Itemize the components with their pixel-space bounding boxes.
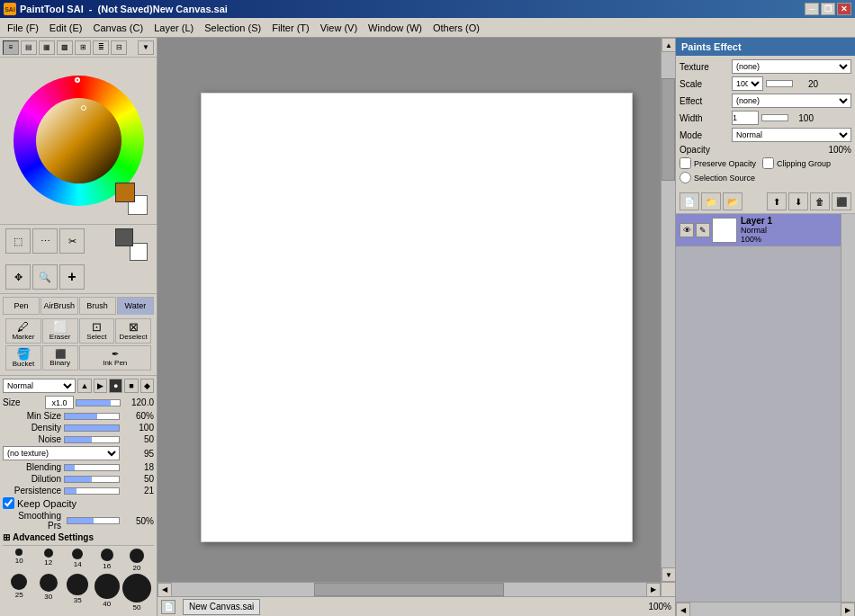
tool-strip-btn-7[interactable]: ⊟ <box>111 40 127 55</box>
texture-select[interactable]: (no texture) <box>3 446 120 460</box>
scroll-left-arrow[interactable]: ◀ <box>158 583 172 597</box>
tool-strip-btn-3[interactable]: ▦ <box>39 40 55 55</box>
tool-strip-btn-5[interactable]: ⊞ <box>75 40 91 55</box>
size-multiplier-input[interactable] <box>45 396 74 409</box>
tool-strip-btn-1[interactable]: ≡ <box>3 40 19 55</box>
new-canvas-icon[interactable]: 📄 <box>161 600 176 614</box>
tool-selection-rect[interactable]: ⬚ <box>5 228 31 254</box>
preset-item-9[interactable]: 50 <box>122 574 151 612</box>
shape-btn-4[interactable]: ■ <box>124 379 138 393</box>
right-scroll-left[interactable]: ◀ <box>676 603 690 616</box>
layer-panel-btn[interactable]: ⬛ <box>832 192 851 210</box>
scroll-down-arrow[interactable]: ▼ <box>662 567 675 582</box>
shape-btn-5[interactable]: ◆ <box>140 379 154 393</box>
preserve-opacity-checkbox[interactable] <box>680 157 691 169</box>
preset-item-3[interactable]: 16 <box>94 549 122 572</box>
tab-brush[interactable]: Brush <box>79 297 116 315</box>
tool-marker[interactable]: 🖊 Marker <box>5 318 41 344</box>
menu-file[interactable]: File (F) <box>2 21 44 35</box>
preset-item-0[interactable]: 10 <box>5 549 33 572</box>
scroll-right-arrow[interactable]: ▶ <box>646 583 661 597</box>
menu-selection[interactable]: Selection (S) <box>199 21 266 35</box>
tab-airbrush[interactable]: AirBrush <box>40 297 77 315</box>
shape-btn-1[interactable]: ▲ <box>77 379 91 393</box>
canvas-vertical-scrollbar[interactable]: ▲ ▼ <box>661 38 675 582</box>
right-panel-scrollbar-h[interactable]: ◀ ▶ <box>676 602 855 616</box>
menu-edit[interactable]: Edit (E) <box>44 21 88 35</box>
tool-strip-btn-2[interactable]: ▤ <box>21 40 37 55</box>
tab-water[interactable]: Water <box>117 297 154 315</box>
tool-binary[interactable]: ⬛ Binary <box>42 345 78 370</box>
tool-move[interactable]: ✥ <box>5 264 31 290</box>
clipping-group-checkbox[interactable] <box>762 157 774 169</box>
panel-collapse-btn[interactable]: ▼ <box>138 40 154 55</box>
restore-button[interactable]: ❐ <box>821 3 835 15</box>
pe-effect-select[interactable]: (none) <box>732 94 851 108</box>
blend-mode-select[interactable]: Normal <box>3 379 76 393</box>
fg-color-swatch[interactable] <box>115 183 135 202</box>
tool-zoom[interactable]: 🔍 <box>32 264 58 290</box>
swatch-foreground[interactable] <box>115 228 133 246</box>
canvas-horizontal-scrollbar[interactable]: ◀ ▶ <box>158 582 661 596</box>
smoothing-bar[interactable] <box>67 517 120 524</box>
tool-strip-btn-6[interactable]: ≣ <box>93 40 109 55</box>
tab-pen[interactable]: Pen <box>3 297 40 315</box>
close-button[interactable]: ✕ <box>837 3 851 15</box>
tool-eraser[interactable]: ⬜ Eraser <box>42 318 78 344</box>
pe-mode-select[interactable]: Normal <box>732 128 851 142</box>
canvas-tab[interactable]: New Canvas.sai <box>183 599 260 615</box>
menu-layer[interactable]: Layer (L) <box>148 21 199 35</box>
scroll-up-arrow[interactable]: ▲ <box>662 38 675 52</box>
density-bar[interactable] <box>64 424 120 432</box>
blending-bar[interactable] <box>64 464 120 471</box>
tool-deselect[interactable]: ⊠ Deselect <box>115 318 151 344</box>
menu-window[interactable]: Window (W) <box>363 21 428 35</box>
preset-item-5[interactable]: 25 <box>5 574 33 612</box>
menu-filter[interactable]: Filter (T) <box>266 21 315 35</box>
preset-item-8[interactable]: 40 <box>94 574 122 612</box>
layer-open-btn[interactable]: 📂 <box>723 192 742 210</box>
advanced-settings-toggle[interactable]: ⊞ Advanced Settings <box>3 532 154 542</box>
pe-width-bar[interactable] <box>761 114 788 121</box>
layer-delete-btn[interactable]: 🗑 <box>810 192 830 210</box>
noise-bar[interactable] <box>64 436 120 443</box>
preset-item-6[interactable]: 30 <box>35 574 63 612</box>
shape-btn-3[interactable]: ● <box>109 379 122 393</box>
size-bar[interactable] <box>76 399 121 406</box>
menu-canvas[interactable]: Canvas (C) <box>88 21 149 35</box>
selection-source-radio[interactable] <box>680 172 691 183</box>
tool-zoom-in[interactable]: + <box>59 264 85 290</box>
layer-new-folder-btn[interactable]: 📁 <box>701 192 721 210</box>
tool-selection-lasso[interactable]: ⋯ <box>32 228 58 254</box>
menu-view[interactable]: View (V) <box>315 21 363 35</box>
tool-strip-btn-4[interactable]: ▩ <box>57 40 73 55</box>
layer-vis-0[interactable]: 👁 <box>680 223 694 237</box>
pe-texture-select[interactable]: (none) <box>732 59 851 74</box>
layer-scrollbar[interactable] <box>841 214 855 602</box>
layer-btn-extra2[interactable]: ⬇ <box>788 192 808 210</box>
minimize-button[interactable]: ─ <box>805 3 819 15</box>
pe-scale-select[interactable]: 100% <box>732 76 763 91</box>
scroll-thumb-h[interactable] <box>314 583 504 596</box>
drawing-canvas[interactable] <box>201 93 633 542</box>
layer-new-btn[interactable]: 📄 <box>680 192 699 210</box>
preset-item-2[interactable]: 14 <box>64 549 92 572</box>
dilution-bar[interactable] <box>64 476 120 483</box>
scroll-thumb-v[interactable] <box>662 78 675 182</box>
canvas-scroll-area[interactable]: ▲ ▼ ◀ ▶ <box>158 38 675 596</box>
tool-bucket[interactable]: 🪣 Bucket <box>5 345 41 370</box>
tool-selection-magic[interactable]: ✂ <box>59 228 85 254</box>
preset-item-4[interactable]: 20 <box>122 549 151 572</box>
shape-btn-2[interactable]: ▶ <box>94 379 107 393</box>
tool-ink-pen[interactable]: ✒ Ink Pen <box>79 345 152 370</box>
layer-item-0[interactable]: 👁 ✎ Layer 1 Normal 100% <box>676 214 841 246</box>
preset-item-7[interactable]: 35 <box>64 574 92 612</box>
keep-opacity-checkbox[interactable] <box>3 497 14 509</box>
pe-width-input[interactable] <box>732 111 759 125</box>
min-size-bar[interactable] <box>64 413 120 420</box>
persistence-bar[interactable] <box>64 487 120 495</box>
preset-item-1[interactable]: 12 <box>35 549 63 572</box>
layer-btn-extra1[interactable]: ⬆ <box>767 192 787 210</box>
right-scroll-right[interactable]: ▶ <box>841 603 855 616</box>
layer-protect-0[interactable]: ✎ <box>696 223 710 237</box>
